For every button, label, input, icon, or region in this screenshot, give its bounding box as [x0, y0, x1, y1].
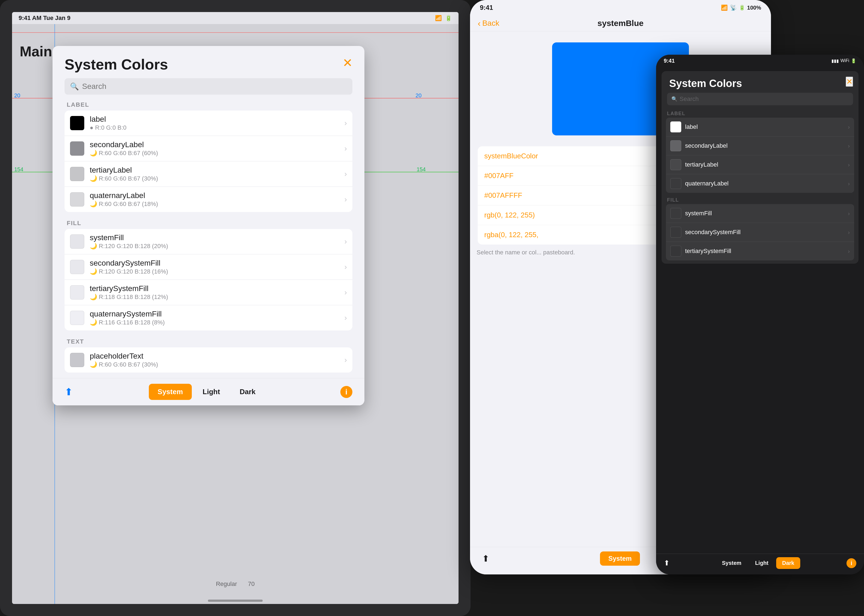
- label-info: label ● R:0 G:0 B:0: [90, 115, 344, 131]
- color-row-system-fill[interactable]: systemFill 🌙 R:120 G:120 B:128 (20%) ›: [64, 229, 352, 255]
- dark-row-system-fill[interactable]: systemFill ›: [666, 204, 854, 223]
- wifi-icon: 📶: [435, 15, 442, 21]
- color-row-quaternary-label[interactable]: quaternaryLabel 🌙 R:60 G:60 B:67 (18%) ›: [64, 187, 352, 212]
- rgb-value: rgb(0, 122, 255): [484, 211, 535, 219]
- tertiary-label-value: 🌙 R:60 G:60 B:67 (30%): [90, 175, 344, 182]
- dark-secondary-swatch: [670, 140, 681, 151]
- quaternary-system-fill-swatch: [70, 311, 84, 325]
- dark-search-bar[interactable]: 🔍 Search: [667, 93, 853, 105]
- dark-chevron-1: ›: [848, 124, 850, 130]
- tertiary-system-fill-value: 🌙 R:118 G:118 B:128 (12%): [90, 294, 344, 301]
- system-fill-name: systemFill: [90, 233, 344, 242]
- chevron-icon-2: ›: [344, 144, 347, 153]
- share-button[interactable]: ⬆: [64, 386, 73, 398]
- chevron-icon-7: ›: [344, 288, 347, 297]
- search-input[interactable]: [82, 82, 347, 91]
- dark-close-icon: ✕: [846, 77, 853, 86]
- label-color-list: label ● R:0 G:0 B:0 › secondaryLabel 🌙 R…: [64, 110, 352, 212]
- dark-row-quaternary-label[interactable]: quaternaryLabel ›: [666, 174, 854, 193]
- search-bar[interactable]: 🔍: [64, 78, 352, 95]
- dark-row-tertiary-label[interactable]: tertiaryLabel ›: [666, 156, 854, 174]
- dark-chevron-3: ›: [848, 162, 850, 168]
- dark-search-placeholder: Search: [680, 96, 699, 102]
- dark-tertiary-system-fill-swatch: [670, 246, 681, 256]
- dark-modal-header: System Colors ✕: [661, 71, 859, 93]
- measure-label-154-left: 154: [14, 166, 23, 173]
- chevron-icon-4: ›: [344, 195, 347, 204]
- system-fill-swatch: [70, 234, 84, 249]
- dark-system-tab[interactable]: System: [716, 557, 748, 569]
- tertiary-label-info: tertiaryLabel 🌙 R:60 G:60 B:67 (30%): [90, 166, 344, 182]
- dark-secondary-system-fill-swatch: [670, 227, 681, 238]
- tertiary-label-name: tertiaryLabel: [90, 166, 344, 174]
- placeholder-text-info: placeholderText 🌙 R:60 G:60 B:67 (30%): [90, 352, 344, 368]
- dark-quaternary-label-name: quaternaryLabel: [685, 180, 848, 187]
- secondary-label-swatch: [70, 141, 84, 156]
- system-tab[interactable]: System: [149, 384, 192, 400]
- modal-close-button[interactable]: ✕: [340, 56, 355, 70]
- iphone-detail-status-bar: 9:41 📶 📡 🔋 100%: [470, 0, 771, 15]
- dark-row-label[interactable]: label ›: [666, 118, 854, 137]
- dark-fill-section: FILL systemFill › secondarySystemFill ›: [661, 196, 859, 261]
- color-row-label[interactable]: label ● R:0 G:0 B:0 ›: [64, 110, 352, 136]
- dark-info-button[interactable]: i: [847, 558, 856, 568]
- quaternary-label-name: quaternaryLabel: [90, 191, 344, 200]
- measure-label-20-right: 20: [416, 93, 422, 99]
- dark-system-fill-name: systemFill: [685, 210, 848, 217]
- dark-share-button[interactable]: ⬆: [664, 559, 670, 567]
- battery-percent: 100%: [747, 5, 761, 11]
- color-row-tertiary-system-fill[interactable]: tertiarySystemFill 🌙 R:118 G:118 B:128 (…: [64, 280, 352, 305]
- label-section-header: LABEL: [64, 99, 352, 110]
- color-row-quaternary-system-fill[interactable]: quaternarySystemFill 🌙 R:116 G:116 B:128…: [64, 305, 352, 330]
- dark-tertiary-system-fill-name: tertiarySystemFill: [685, 248, 848, 255]
- color-row-placeholder-text[interactable]: placeholderText 🌙 R:60 G:60 B:67 (30%) ›: [64, 347, 352, 372]
- seventy-label: 70: [248, 580, 254, 588]
- ipad-screen: 9:41 AM Tue Jan 9 📶 🔋 20 20 154 154 Main…: [12, 12, 459, 604]
- secondary-system-fill-name: secondarySystemFill: [90, 259, 344, 267]
- footer-tabs: System Light Dark: [149, 384, 264, 400]
- dark-close-button[interactable]: ✕: [846, 77, 853, 87]
- color-row-tertiary-label[interactable]: tertiaryLabel 🌙 R:60 G:60 B:67 (30%) ›: [64, 161, 352, 187]
- quaternary-system-fill-value: 🌙 R:116 G:116 B:128 (8%): [90, 319, 344, 326]
- dark-tab[interactable]: Dark: [231, 384, 264, 400]
- back-button[interactable]: ‹ Back: [478, 18, 499, 28]
- dark-chevron-2: ›: [848, 143, 850, 149]
- light-tab[interactable]: Light: [194, 384, 229, 400]
- detail-system-tab[interactable]: System: [600, 552, 639, 566]
- signal-icon: 📶: [721, 5, 728, 11]
- detail-footer-tabs: System: [600, 552, 639, 566]
- close-icon: ✕: [342, 57, 353, 69]
- dark-secondary-label-name: secondaryLabel: [685, 142, 848, 149]
- fill-color-list: systemFill 🌙 R:120 G:120 B:128 (20%) › s…: [64, 229, 352, 330]
- secondary-system-fill-value: 🌙 R:120 G:120 B:128 (16%): [90, 268, 344, 275]
- info-button[interactable]: i: [340, 386, 352, 398]
- color-row-secondary-system-fill[interactable]: secondarySystemFill 🌙 R:120 G:120 B:128 …: [64, 255, 352, 280]
- dark-light-tab[interactable]: Light: [749, 557, 774, 569]
- color-system-name: systemBlueColor: [484, 152, 538, 160]
- ipad-device: 9:41 AM Tue Jan 9 📶 🔋 20 20 154 154 Main…: [0, 0, 471, 616]
- wifi-list-icon: WiFi: [840, 58, 849, 63]
- ipad-time: 9:41 AM Tue Jan 9: [19, 14, 71, 22]
- quaternary-system-fill-info: quaternarySystemFill 🌙 R:116 G:116 B:128…: [90, 310, 344, 326]
- nav-title: systemBlue: [597, 19, 644, 28]
- battery-list-icon: 🔋: [851, 58, 856, 63]
- ipad-status-bar: 9:41 AM Tue Jan 9 📶 🔋: [12, 12, 459, 24]
- battery-icon: 🔋: [445, 15, 452, 21]
- secondary-label-name: secondaryLabel: [90, 140, 344, 149]
- tertiary-system-fill-info: tertiarySystemFill 🌙 R:118 G:118 B:128 (…: [90, 284, 344, 301]
- dark-chevron-7: ›: [848, 248, 850, 255]
- dark-row-secondary-label[interactable]: secondaryLabel ›: [666, 137, 854, 156]
- chevron-icon-6: ›: [344, 262, 347, 271]
- dark-dark-tab[interactable]: Dark: [776, 557, 800, 569]
- ipad-canvas: 20 20 154 154 Main W System Colors ✕ 🔍: [12, 24, 459, 604]
- iphone-area: 9:41 📶 📡 🔋 100% ‹ Back systemBlue system…: [470, 0, 864, 616]
- dark-row-secondary-system-fill[interactable]: secondarySystemFill ›: [666, 223, 854, 242]
- dark-search-icon: 🔍: [671, 96, 677, 102]
- tertiary-label-swatch: [70, 167, 84, 181]
- dark-tertiary-label-name: tertiaryLabel: [685, 161, 848, 168]
- signal-list-icon: ▮▮▮: [831, 58, 839, 63]
- fill-section-header: FILL: [64, 217, 352, 229]
- dark-row-tertiary-system-fill[interactable]: tertiarySystemFill ›: [666, 242, 854, 261]
- detail-share-button[interactable]: ⬆: [482, 553, 489, 564]
- color-row-secondary-label[interactable]: secondaryLabel 🌙 R:60 G:60 B:67 (60%) ›: [64, 136, 352, 161]
